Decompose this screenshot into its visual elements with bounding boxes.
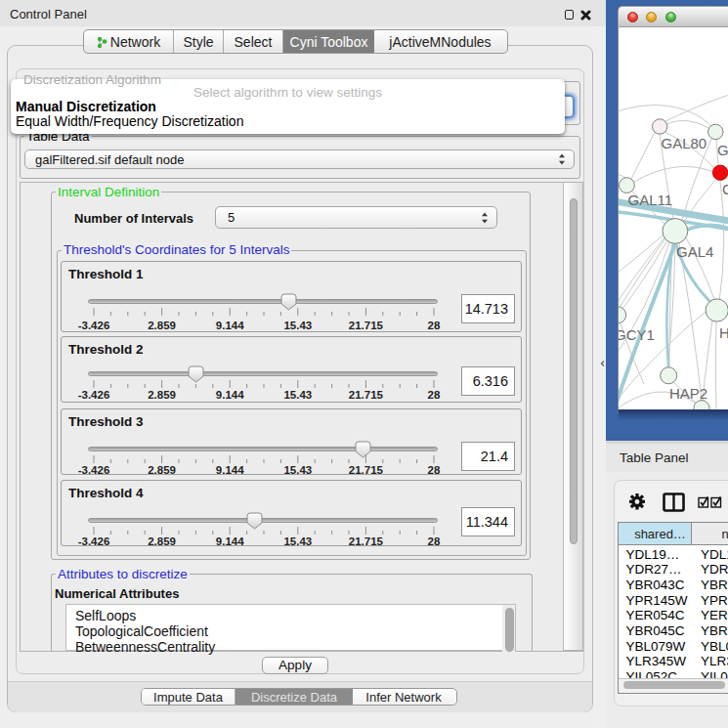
svg-text:GCY1: GCY1 bbox=[619, 326, 655, 343]
svg-text:C: C bbox=[722, 181, 728, 197]
svg-text:HAP2: HAP2 bbox=[669, 385, 707, 402]
svg-text:H: H bbox=[719, 324, 728, 341]
svg-text:GA: GA bbox=[717, 142, 728, 158]
svg-text:GAL11: GAL11 bbox=[628, 192, 673, 208]
svg-text:GAL4: GAL4 bbox=[676, 243, 713, 260]
svg-text:GAL80: GAL80 bbox=[662, 135, 707, 151]
